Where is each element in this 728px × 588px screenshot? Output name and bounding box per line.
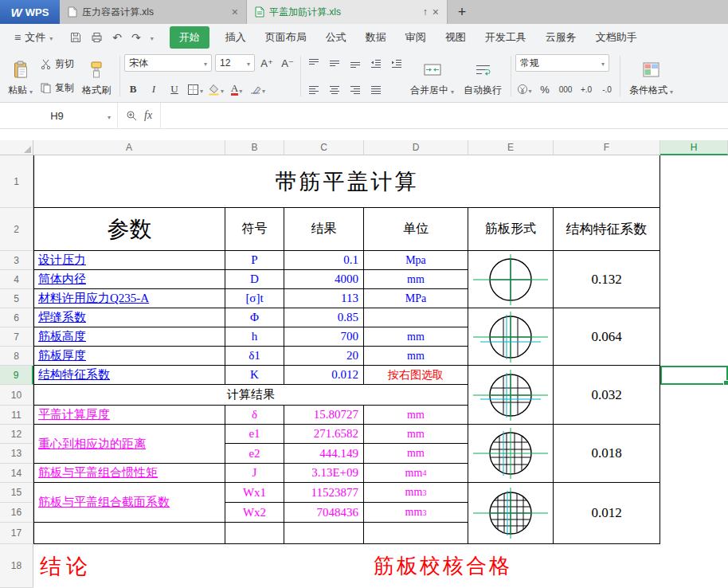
cell-A9[interactable]: 结构特征系数 [33,366,225,385]
row-header-13[interactable]: 13 [0,444,33,464]
cell-C9[interactable]: 0.012 [284,366,364,385]
cell-D7[interactable]: mm [364,327,468,347]
tab-view[interactable]: 视图 [436,26,476,49]
underline-button[interactable]: U [166,80,183,98]
cell-coefficient-2[interactable]: 0.064 [554,308,660,366]
row-header-16[interactable]: 16 [0,503,33,523]
wrap-text-button[interactable]: 自动换行 [459,53,507,100]
cell-B7[interactable]: h [225,327,284,347]
cut-button[interactable]: 剪切 [37,57,77,72]
align-left-button[interactable] [305,80,323,98]
row-header-7[interactable]: 7 [0,327,33,347]
row-header-9[interactable]: 9 [0,366,33,385]
decrease-decimal-button[interactable]: -.0 [598,80,616,98]
tab-home[interactable]: 开始 [170,26,209,49]
tab-insert[interactable]: 插入 [216,26,256,49]
cell-verdict[interactable]: 筋板校核合格 [225,544,660,588]
align-top-button[interactable] [305,54,323,72]
row-header-2[interactable]: 2 [0,208,33,251]
tab-close-icon-active[interactable] [432,6,439,18]
cell-D11[interactable]: mm [364,406,468,425]
cell-B15[interactable]: Wx1 [225,483,284,503]
cell-D9[interactable]: 按右图选取 [364,366,468,385]
cell-A14[interactable]: 筋板与平盖组合惯性矩 [33,464,225,483]
cell-B17[interactable] [225,523,284,544]
italic-button[interactable]: I [145,80,162,98]
tab-close-icon[interactable] [232,6,238,18]
cell-coefficient-4[interactable]: 0.018 [554,425,660,483]
increase-font-button[interactable]: A⁺ [258,54,276,72]
cell-E2[interactable]: 筋板形式 [468,208,554,251]
cell-D12[interactable]: mm [364,425,468,444]
tab-review[interactable]: 审阅 [396,26,436,49]
col-header-F[interactable]: F [554,140,660,155]
row-header-14[interactable]: 14 [0,464,33,483]
row-header-6[interactable]: 6 [0,308,33,327]
cell-A8[interactable]: 筋板厚度 [33,347,225,366]
row-header-10[interactable]: 10 [0,385,33,406]
cell-D17[interactable] [364,523,468,544]
bold-button[interactable]: B [124,80,142,98]
cell-rib-form-1[interactable] [468,251,554,308]
cell-A3[interactable]: 设计压力 [33,251,225,270]
cell-C17[interactable] [284,523,364,544]
merge-center-button[interactable]: 合并居中 [405,53,459,100]
name-box[interactable]: H9 [0,103,118,128]
cell-C7[interactable]: 700 [284,327,364,347]
align-right-button[interactable] [346,80,364,98]
cell-C6[interactable]: 0.85 [284,308,364,327]
font-name-select[interactable]: 宋体 [124,54,212,72]
tab-cloud[interactable]: 云服务 [536,26,586,49]
cell-B16[interactable]: Wx2 [225,503,284,523]
cell-coefficient-5[interactable]: 0.012 [554,483,660,544]
cell-B6[interactable]: Φ [225,308,284,327]
cell-rib-form-3[interactable] [468,366,554,425]
row-header-8[interactable]: 8 [0,347,33,366]
copy-button[interactable]: 复制 [37,80,77,96]
cell-D15[interactable]: mm3 [364,483,468,503]
cell-B8[interactable]: δ1 [225,347,284,366]
align-bottom-button[interactable] [346,54,364,72]
cell-coefficient-1[interactable]: 0.132 [554,251,660,308]
document-tab-flat-cover[interactable]: 平盖加筋计算.xls [247,0,448,24]
cell-D13[interactable]: mm [364,444,468,464]
cell-D2[interactable]: 单位 [364,208,468,251]
increase-decimal-button[interactable]: +.0 [577,80,595,98]
insert-function-button[interactable]: fx [144,109,152,122]
cell-A15-merged[interactable]: 筋板与平盖组合截面系数 [33,483,225,523]
comma-style-button[interactable]: 000 [557,80,574,98]
cell-C12[interactable]: 271.6582 [284,425,364,444]
format-painter-button[interactable]: 格式刷 [77,53,115,100]
cell-B14[interactable]: J [225,464,284,483]
document-tab-pressure-vessel[interactable]: 压力容器计算.xls [60,0,247,24]
cell-C15[interactable]: 11523877 [284,483,364,503]
decrease-font-button[interactable]: A⁻ [279,54,296,72]
cell-D14[interactable]: mm4 [364,464,468,483]
tab-doc-assistant[interactable]: 文档助手 [586,26,647,49]
cell-title[interactable]: 带筋平盖计算 [33,155,660,208]
redo-icon[interactable] [131,31,141,44]
tab-data[interactable]: 数据 [356,26,396,49]
cell-rib-form-5[interactable] [468,483,554,544]
cell-D4[interactable]: mm [364,270,468,289]
cell-A7[interactable]: 筋板高度 [33,327,225,347]
new-tab-button[interactable] [448,0,476,24]
cell-B4[interactable]: D [225,270,284,289]
increase-indent-button[interactable] [388,54,405,72]
row-header-18[interactable]: 18 [0,544,33,588]
col-header-D[interactable]: D [364,140,468,155]
number-format-select[interactable]: 常规 [515,54,609,72]
currency-format-button[interactable] [515,80,533,98]
cell-A12-merged[interactable]: 重心到相应边的距离 [33,425,225,464]
selected-cell-H9[interactable] [660,366,728,385]
row-header-17[interactable]: 17 [0,523,33,544]
tab-developer[interactable]: 开发工具 [476,26,536,49]
cell-A2[interactable]: 参数 [33,208,225,251]
cell-coefficient-3[interactable]: 0.032 [554,366,660,425]
cell-D6[interactable] [364,308,468,327]
cell-C3[interactable]: 0.1 [284,251,364,270]
cell-C5[interactable]: 113 [284,289,364,308]
tab-formulas[interactable]: 公式 [316,26,356,49]
col-header-A[interactable]: A [33,140,225,155]
select-all-corner[interactable] [0,140,33,155]
